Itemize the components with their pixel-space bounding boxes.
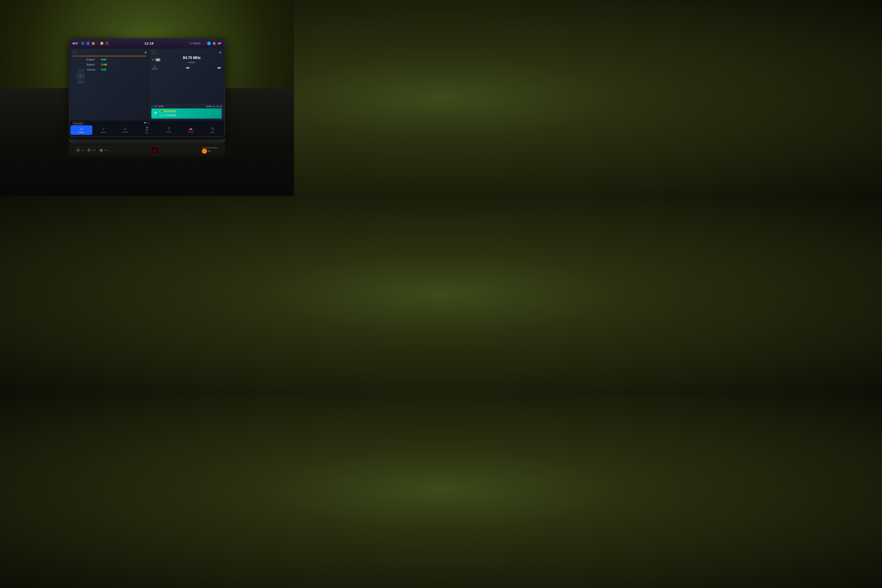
climate-stat-row: Climate: 0kW [87,68,147,71]
airbag-status: 🚫 ON [202,148,218,154]
belt-icon: 🔒 [99,148,104,153]
phone-icon: 📱 [167,127,171,130]
status-time: 12:16 [111,42,188,45]
hazard-button[interactable]: ⚠ [152,147,158,153]
nav-item-phone[interactable]: 📱 Phone [158,125,180,135]
nav-route-icon: 🗺 [154,105,157,108]
battery-label: Battery: [87,63,99,66]
nav-settings-icon: ◉ [220,105,222,108]
wifi-icon: 📶 [100,41,104,45]
svg-point-9 [80,76,81,77]
airbag-label: PASSENGER AIRBAG [202,147,218,148]
nav-expand-icon: ⤢ [152,105,153,108]
panel-body: Engine: 0kW Battery: 1 kW Climate: 0kW [73,58,147,118]
battery-value: 1 kW [101,63,107,66]
panel-left-header: ⤢ ◉ [73,51,147,54]
engine-label: Engine: [87,58,99,61]
right-panel: ⤢ ◉ ▼ FM 94.70 MHz VIRGIN [150,49,224,120]
screen-chrome-bottom [69,137,225,144]
road-name: Via Roma [166,114,176,117]
climate-value: 0kW [101,68,106,71]
ctrl-item-2[interactable]: 💺 OFF [87,148,96,153]
nav-distance-km: 13 km [206,105,212,108]
airbag-icon: 🚫 [202,148,207,154]
all-presets-label[interactable]: Allpresets [152,66,158,70]
status-right-section: ✋ 20° [207,41,222,45]
nav-direction-card: ↱ SP5 1.8 km Via Roma [152,108,222,118]
airbag-section: PASSENGER AIRBAG 🚫 ON [202,147,218,154]
car-illustration [74,67,87,86]
orange-accent-bar [73,56,147,56]
svg-rect-3 [76,71,78,74]
left-control-group: ⚡ ON 💺 OFF 🔒 OFF [76,148,108,153]
next-track-button[interactable]: ⏭ [218,66,221,70]
divider1: | [97,42,98,45]
station-name: VIRGIN [188,62,195,64]
radio-source-row: ▼ FM 94.70 MHz VIRGIN [152,56,221,64]
infotainment-screen-unit: 20.5° 👤 👤 🔔 | 📶 🛡 12:16 ● VIRGIN | [69,38,225,148]
expand-icon[interactable]: ⤢ [73,51,77,54]
navigation-panel[interactable]: ⤢ 🗺 12:39 13 km 24 min ◉ [150,104,224,120]
bell-icon: 🔔 [91,41,95,45]
vehicle-label: Vehicle [188,131,194,133]
nav-item-vehicle[interactable]: 🚗 Vehicle [180,125,202,135]
engine-stat-row: Engine: 0kW [87,58,147,61]
turn-direction-icon: ↱ [154,111,158,116]
ctrl-item-1[interactable]: ⚡ ON [76,148,84,153]
vehicle-icon: 🚗 [189,127,192,130]
engine-value: 0kW [101,58,106,61]
phone-label: Phone [166,131,172,133]
hand-icon: ✋ [212,41,216,45]
carrier-dot: ● [190,42,192,45]
media-label: Media [101,131,106,134]
hazard-icon: ⚠ [153,148,156,152]
screen-bezel: 20.5° 👤 👤 🔔 | 📶 🛡 12:16 ● VIRGIN | [69,38,225,137]
turn-distance-value: 1.8 km [159,113,165,117]
battery-stat-row: Battery: 1 kW [87,63,147,66]
apps-label: Apps [210,131,214,133]
radio-frequency-display: 94.70 MHz VIRGIN [162,56,221,64]
status-dot-indicator [207,42,211,45]
page-indicator [144,122,150,123]
plug-icon: ⚡ [76,148,80,153]
screen-display: 20.5° 👤 👤 🔔 | 📶 🛡 12:16 ● VIRGIN | [70,39,224,136]
vehicle-status-panel: ⤢ ◉ [70,49,149,120]
nav-icon: WA [146,126,148,131]
ctrl-2-label: OFF [92,149,96,152]
page-dot-1 [144,122,146,123]
radio-source[interactable]: ▼ FM [152,58,160,62]
nav-item-nav[interactable]: WA Nav [136,125,158,135]
nav-time-info: ⤢ 🗺 12:39 [152,105,163,108]
road-badge: SP5 [159,110,176,112]
svg-rect-4 [83,71,85,74]
turn-distance-row: 1.8 km Via Roma [159,113,176,117]
edit-pages-button[interactable]: Edit pages [72,122,84,125]
radio-panel[interactable]: ⤢ ◉ ▼ FM 94.70 MHz VIRGIN [150,49,224,104]
radio-expand-icon[interactable]: ⤢ [152,51,156,54]
temp-left: 20.5° [72,42,78,45]
divider2: | [204,42,204,45]
nav-label: Nav [146,132,148,134]
radio-header: ⤢ ◉ [152,51,221,54]
ctrl-item-3[interactable]: 🔒 OFF [99,148,108,153]
temp-right: 20° [218,42,222,45]
page-dot-3 [148,122,150,123]
airbag-status-label: ON [208,150,210,152]
fm-badge: FM [156,58,160,62]
nav-duration: 24 min [213,105,219,108]
bottom-navigation: Edit pages ⌂ Home ♪ [70,121,224,136]
nav-item-apps[interactable]: ⠿ Apps [202,125,224,135]
ctrl-3-label: OFF [104,149,108,152]
nav-eta-info: 13 km 24 min ◉ [206,105,222,108]
svg-rect-6 [83,79,85,82]
page-dot-2 [147,122,148,123]
ctrl-1-label: ON [81,149,84,152]
nav-item-media[interactable]: ♪ Media [92,125,114,135]
road-info: SP5 1.8 km Via Roma [159,110,176,117]
nav-item-home[interactable]: ⌂ Home [70,125,92,135]
radio-compass-icon: ◉ [219,51,221,54]
prev-track-button[interactable]: ⏮ [186,66,189,70]
home-label: Home [79,131,84,134]
nav-panel-header: ⤢ 🗺 12:39 13 km 24 min ◉ [152,105,222,108]
nav-item-comfort[interactable]: ☺ Comfort [114,125,136,135]
